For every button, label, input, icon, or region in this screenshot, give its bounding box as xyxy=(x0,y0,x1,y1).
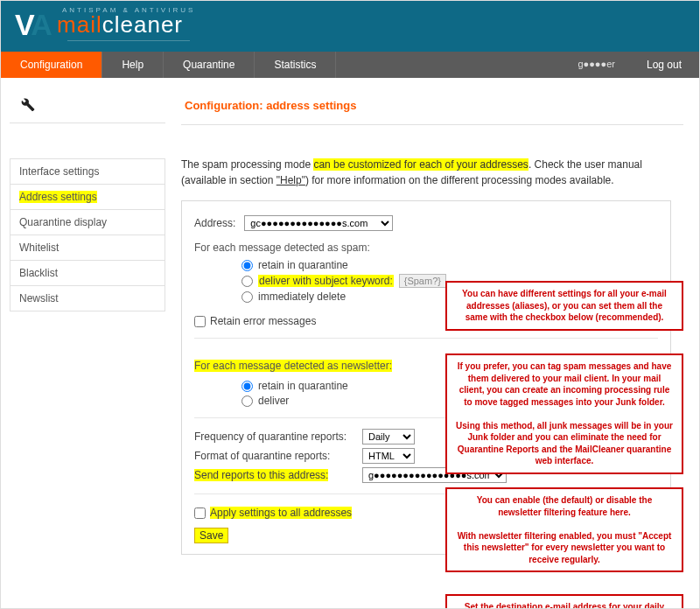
nav-logout[interactable]: Log out xyxy=(629,52,699,78)
sidebar-item-whitelist[interactable]: Whitelist xyxy=(10,235,164,261)
page-title: Configuration: address settings xyxy=(181,90,683,125)
nav-current-user: g●●●●er xyxy=(564,52,628,78)
frequency-select[interactable]: Daily xyxy=(362,429,415,444)
retain-errors-label: Retain error messages xyxy=(210,315,316,327)
main-panel: Configuration: address settings The spam… xyxy=(165,78,699,609)
sidebar-item-quarantine-display[interactable]: Quarantine display xyxy=(10,210,164,235)
nav-configuration[interactable]: Configuration xyxy=(1,52,102,78)
logo-mark: VA xyxy=(15,8,51,42)
sidebar-item-blacklist[interactable]: Blacklist xyxy=(10,261,164,286)
apply-all-label: Apply settings to all addresses xyxy=(210,507,352,519)
logo-text: mailcleaner xyxy=(57,11,183,38)
sidebar-item-address[interactable]: Address settings xyxy=(10,185,164,210)
frequency-label: Frequency of quarantine reports: xyxy=(194,430,354,443)
spam-retain-label: retain in quarantine xyxy=(258,259,348,271)
top-nav: Configuration Help Quarantine Statistics… xyxy=(1,52,699,78)
nav-help[interactable]: Help xyxy=(102,52,164,78)
sendto-label: Send reports to this address: xyxy=(194,469,328,481)
apply-all-checkbox[interactable] xyxy=(194,508,206,519)
nav-statistics[interactable]: Statistics xyxy=(255,52,336,78)
save-button[interactable]: Save xyxy=(194,528,228,543)
config-icon-box xyxy=(10,90,165,123)
retain-errors-checkbox[interactable] xyxy=(194,316,206,327)
news-retain-radio[interactable] xyxy=(242,381,253,392)
spam-deliver-radio[interactable] xyxy=(242,276,253,287)
logo-tagline: ANTISPAM & ANTIVIRUS xyxy=(62,6,195,14)
wrench-icon xyxy=(17,94,36,113)
newsletter-section-label: For each message detected as newsletter: xyxy=(194,360,392,372)
callout-spam-tag: If you prefer, you can tag spam messages… xyxy=(445,354,683,474)
spam-section-label: For each message detected as spam: xyxy=(194,242,658,254)
callout-addresses: You can have different settings for all … xyxy=(445,281,683,331)
callout-newsletter: You can enable (the default) or disable … xyxy=(445,487,683,572)
sidebar-item-interface[interactable]: Interface settings xyxy=(10,159,164,185)
nav-quarantine[interactable]: Quarantine xyxy=(164,52,255,78)
spam-delete-radio[interactable] xyxy=(242,291,253,303)
address-label: Address: xyxy=(194,217,235,229)
spam-deliver-label: deliver with subject keyword: xyxy=(258,275,394,287)
format-label: Format of quarantine reports: xyxy=(194,450,354,462)
news-retain-label: retain in quarantine xyxy=(258,380,348,392)
spam-delete-label: immediately delete xyxy=(258,290,346,303)
sidebar: Interface settings Address settings Quar… xyxy=(1,78,165,609)
sidebar-item-label: Address settings xyxy=(19,191,97,203)
format-select[interactable]: HTML xyxy=(362,448,415,464)
address-select[interactable]: gc●●●●●●●●●●●●●●s.com xyxy=(244,215,393,231)
sidebar-list: Interface settings Address settings Quar… xyxy=(10,158,165,312)
sidebar-item-newslist[interactable]: Newslist xyxy=(10,286,164,312)
news-deliver-label: deliver xyxy=(258,395,289,407)
callout-reports: Set the destination e-mail address for y… xyxy=(445,594,683,609)
help-link[interactable]: "Help" xyxy=(276,174,305,186)
news-deliver-radio[interactable] xyxy=(242,396,253,407)
spam-keyword-box: {Spam?} xyxy=(399,274,446,288)
app-header: ANTISPAM & ANTIVIRUS VA mailcleaner xyxy=(1,1,699,52)
intro-text: The spam processing mode can be customiz… xyxy=(181,157,671,188)
spam-retain-radio[interactable] xyxy=(242,260,253,271)
